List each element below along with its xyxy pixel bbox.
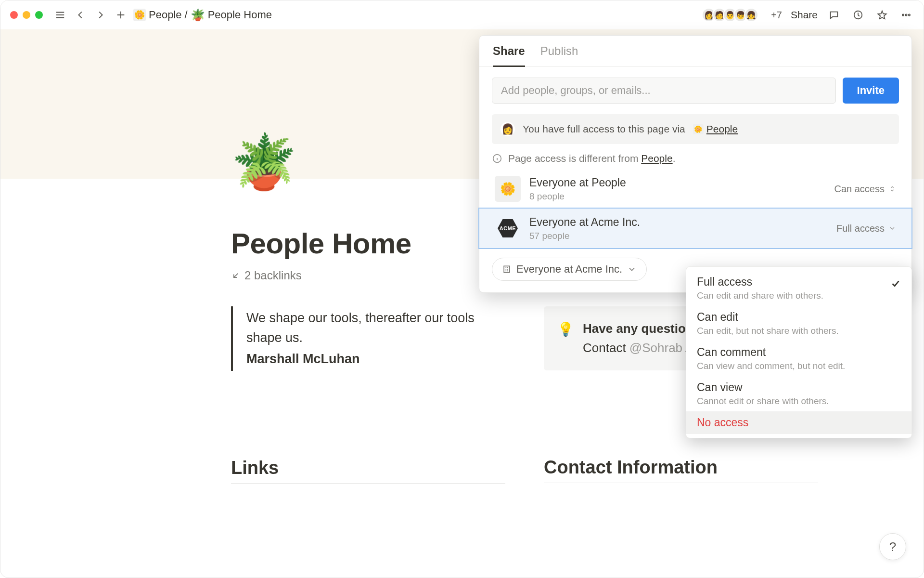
backlinks[interactable]: 2 backlinks — [231, 269, 302, 282]
help-button[interactable]: ? — [879, 533, 906, 560]
permission-option-sub: Cannot edit or share with others. — [697, 396, 901, 407]
diff-text-b: . — [673, 153, 676, 164]
chevron-down-icon — [627, 264, 637, 274]
mention[interactable]: @Sohrab A — [629, 341, 693, 355]
entity-title: Everyone at People — [529, 176, 826, 189]
share-popover: Share Publish Invite 👩 You have full acc… — [479, 35, 912, 293]
bulb-icon: 💡 — [557, 319, 574, 358]
invite-button[interactable]: Invite — [843, 78, 899, 104]
diff-text-a: Page access is different from — [508, 153, 641, 164]
permission-option-title: Can comment — [697, 346, 901, 359]
share-entity-row[interactable]: ACMEEveryone at Acme Inc.57 peopleFull a… — [479, 209, 911, 248]
permission-option[interactable]: Can commentCan view and comment, but not… — [686, 341, 911, 376]
banner-source-chip[interactable]: 🌼 People — [693, 123, 738, 135]
contact-heading[interactable]: Contact Information — [544, 457, 818, 483]
entity-sub: 8 people — [529, 191, 826, 202]
banner-chip-icon: 🌼 — [693, 124, 704, 134]
access-diff-row: Page access is different from People. — [492, 153, 899, 164]
permission-option-title: Full access — [697, 276, 901, 289]
tab-share[interactable]: Share — [493, 44, 525, 67]
permission-option[interactable]: Can viewCannot edit or share with others… — [686, 376, 911, 411]
permission-option[interactable]: Full accessCan edit and share with other… — [686, 271, 911, 306]
invite-input[interactable] — [492, 78, 836, 104]
permission-option-sub: Can edit and share with others. — [697, 290, 901, 301]
user-avatar-icon: 👩 — [500, 122, 515, 136]
permission-option-title: No access — [697, 416, 901, 429]
permission-menu: Full accessCan edit and share with other… — [686, 266, 912, 438]
entity-permission[interactable]: Full access — [836, 223, 896, 234]
diff-link[interactable]: People — [641, 153, 672, 164]
share-entity-row[interactable]: 🌼Everyone at People8 peopleCan access — [492, 169, 899, 209]
entity-title: Everyone at Acme Inc. — [529, 216, 828, 229]
permission-option-sub: Can view and comment, but not edit. — [697, 361, 901, 371]
workspace-pill[interactable]: Everyone at Acme Inc. — [492, 258, 647, 281]
access-banner: 👩 You have full access to this page via … — [492, 114, 899, 144]
permission-option-title: Can view — [697, 381, 901, 394]
quote-block[interactable]: We shape our tools, thereafter our tools… — [231, 306, 505, 371]
entity-sub: 57 people — [529, 231, 828, 241]
info-icon — [492, 153, 502, 164]
permission-option-title: Can edit — [697, 311, 901, 324]
check-icon — [890, 278, 901, 291]
org-flower-icon: 🌼 — [495, 176, 521, 202]
tab-publish[interactable]: Publish — [540, 44, 578, 66]
workspace-pill-label: Everyone at Acme Inc. — [516, 263, 622, 276]
permission-option-sub: Can edit, but not share with others. — [697, 326, 901, 336]
org-hex-icon: ACME — [495, 215, 521, 241]
svg-rect-5 — [504, 266, 510, 272]
chevron-down-icon — [888, 224, 896, 232]
banner-text: You have full access to this page via — [523, 123, 685, 135]
sort-icon — [888, 185, 896, 193]
backlinks-label: 2 backlinks — [244, 269, 302, 282]
banner-chip-label: People — [706, 123, 738, 135]
permission-option[interactable]: Can editCan edit, but not share with oth… — [686, 306, 911, 341]
quote-author: Marshall McLuhan — [246, 349, 505, 369]
entity-permission[interactable]: Can access — [834, 184, 897, 195]
building-icon — [502, 264, 512, 274]
quote-text: We shape our tools, thereafter our tools… — [246, 308, 505, 347]
callout-text-a: Contact — [583, 341, 629, 355]
permission-option[interactable]: No access — [686, 411, 911, 434]
backlink-icon — [231, 271, 241, 280]
links-heading[interactable]: Links — [231, 458, 505, 484]
